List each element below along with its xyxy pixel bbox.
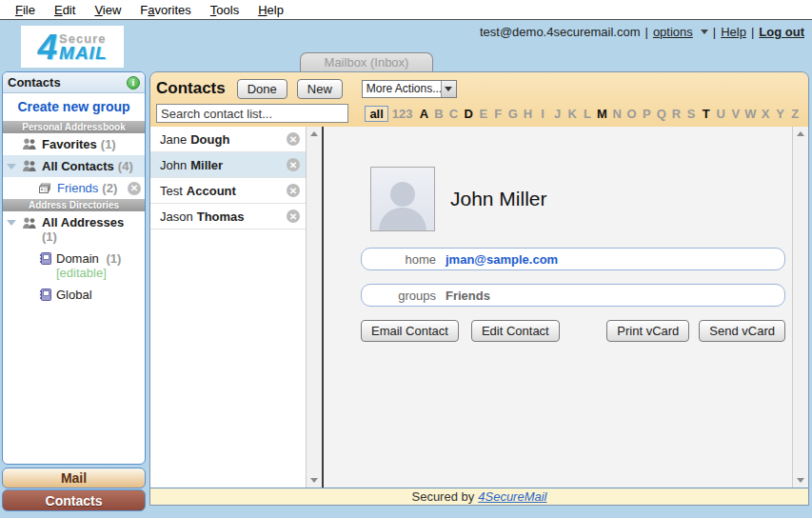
sidebar-item-label: All Contacts [42, 159, 114, 173]
alphabet-letter-O[interactable]: O [624, 107, 640, 121]
sidebar-item-favorites[interactable]: Favorites (1) [3, 133, 145, 155]
sidebar-item-global[interactable]: Global [3, 284, 145, 306]
delete-contact-icon[interactable]: ✕ [287, 158, 300, 171]
alphabet-letter-V[interactable]: V [728, 107, 743, 121]
editable-note: [editable] [56, 266, 121, 280]
contact-list-scrollbar[interactable] [306, 127, 322, 488]
alphabet-letter-J[interactable]: J [550, 107, 565, 121]
people-icon [22, 138, 37, 150]
alphabet-letter-Q[interactable]: Q [654, 107, 669, 121]
alphabet-filter-123[interactable]: 123 [392, 107, 413, 121]
alphabet-filter-all[interactable]: all [365, 106, 387, 122]
alphabet-letter-X[interactable]: X [758, 107, 773, 121]
contact-row-test-account[interactable]: TestAccount✕ [150, 178, 306, 204]
print-vcard-button[interactable]: Print vCard [606, 320, 689, 342]
new-button[interactable]: New [297, 79, 343, 99]
alphabet-letter-Y[interactable]: Y [773, 107, 788, 121]
alphabet-letter-H[interactable]: H [521, 107, 536, 121]
alphabet-letter-A[interactable]: A [417, 107, 432, 121]
delete-group-icon[interactable]: ✕ [128, 182, 141, 195]
contact-row-jane-dough[interactable]: JaneDough✕ [150, 127, 306, 152]
securemail-link[interactable]: 4SecureMail [478, 489, 546, 504]
scroll-up-icon[interactable] [797, 131, 804, 136]
sidebar-item-label: Favorites [42, 137, 97, 151]
contact-row-jason-thomas[interactable]: JasonThomas✕ [150, 204, 306, 229]
options-link[interactable]: options [653, 25, 693, 39]
contact-last-name: Account [187, 184, 236, 198]
contact-row-john-miller[interactable]: JohnMiller✕ [150, 152, 306, 178]
contact-first-name: Jane [160, 132, 187, 147]
more-actions-select[interactable]: More Actions... [362, 80, 457, 98]
menu-item-tools[interactable]: Tools [201, 1, 248, 19]
email-contact-button[interactable]: Email Contact [361, 320, 459, 342]
menu-item-edit[interactable]: Edit [45, 1, 85, 19]
cards-icon [39, 183, 52, 194]
detail-scrollbar[interactable] [792, 127, 808, 488]
contact-first-name: Jason [160, 209, 193, 224]
alphabet-letter-S[interactable]: S [683, 107, 699, 121]
item-count: (2) [102, 181, 117, 195]
contact-last-name: Dough [190, 132, 229, 147]
delete-contact-icon[interactable]: ✕ [287, 184, 300, 197]
alphabet-letter-D[interactable]: D [461, 107, 476, 121]
delete-contact-icon[interactable]: ✕ [287, 209, 300, 223]
menu-item-help[interactable]: Help [248, 1, 293, 19]
search-input[interactable] [156, 104, 348, 123]
alphabet-letter-E[interactable]: E [476, 107, 491, 121]
info-icon[interactable]: i [127, 76, 140, 90]
contacts-toolbar: Contacts Done New More Actions... all123… [150, 72, 808, 127]
alphabet-letter-P[interactable]: P [639, 107, 654, 121]
expander-icon[interactable] [7, 164, 16, 169]
menu-item-file[interactable]: File [6, 1, 45, 19]
create-new-group-link[interactable]: Create new group [3, 93, 145, 121]
alphabet-letter-R[interactable]: R [669, 107, 684, 121]
item-count: (1) [42, 229, 124, 244]
dropdown-arrow-icon[interactable] [441, 81, 456, 97]
sidebar-item-domain[interactable]: Domain (1) [editable] [3, 248, 145, 284]
separator: | [713, 25, 716, 39]
options-caret-icon[interactable] [701, 30, 708, 34]
edit-contact-button[interactable]: Edit Contact [471, 320, 560, 342]
menu-item-view[interactable]: View [85, 1, 130, 19]
expander-icon[interactable] [7, 220, 16, 226]
alphabet-letter-I[interactable]: I [535, 107, 550, 121]
alphabet-letter-K[interactable]: K [565, 107, 581, 121]
logout-link[interactable]: Log out [759, 25, 804, 39]
send-vcard-button[interactable]: Send vCard [699, 320, 785, 342]
scroll-down-icon[interactable] [797, 478, 804, 483]
sidebar-item-friends[interactable]: Friends (2) ✕ [3, 177, 145, 199]
alphabet-letter-F[interactable]: F [491, 107, 506, 121]
alphabet-letter-N[interactable]: N [609, 107, 624, 121]
alphabet-letter-Z[interactable]: Z [787, 107, 802, 121]
mail-nav-button[interactable]: Mail [2, 468, 146, 488]
address-book-icon [39, 289, 51, 301]
sidebar-item-label: Friends [57, 181, 98, 195]
content-panel: Contacts Done New More Actions... all123… [149, 71, 809, 506]
alphabet-letter-M[interactable]: M [595, 107, 610, 121]
field-value-email[interactable]: jman@sample.com [446, 252, 558, 267]
menu-item-favorites[interactable]: Favorites [130, 1, 200, 19]
people-icon [22, 160, 37, 172]
alphabet-letter-U[interactable]: U [713, 107, 728, 121]
sidebar-item-all-addresses[interactable]: All Addresses (1) [3, 211, 145, 248]
tab-mailbox-inbox[interactable]: Mailbox (Inbox) [300, 52, 433, 71]
sidebar-item-all-contacts[interactable]: All Contacts (4) [3, 155, 145, 177]
alphabet-letter-T[interactable]: T [699, 107, 714, 121]
scroll-down-icon[interactable] [310, 478, 318, 483]
done-button[interactable]: Done [237, 79, 287, 99]
alphabet-letter-G[interactable]: G [505, 107, 521, 121]
section-address-directories: Address Directories [3, 199, 145, 211]
alphabet-letter-L[interactable]: L [580, 107, 595, 121]
header-band: 4 Secure MAIL test@demo.4securemail.com … [0, 20, 812, 71]
alphabet-letter-B[interactable]: B [431, 107, 446, 121]
contacts-nav-button[interactable]: Contacts [2, 489, 146, 511]
alphabet-letter-W[interactable]: W [743, 107, 759, 121]
alphabet-letter-C[interactable]: C [446, 107, 462, 121]
help-link[interactable]: Help [721, 25, 746, 39]
sidebar-item-label: All Addresses [42, 215, 124, 229]
separator: | [645, 25, 648, 39]
scroll-up-icon[interactable] [310, 131, 318, 136]
more-actions-label: More Actions... [363, 82, 441, 95]
people-icon [22, 217, 37, 229]
delete-contact-icon[interactable]: ✕ [287, 132, 300, 146]
